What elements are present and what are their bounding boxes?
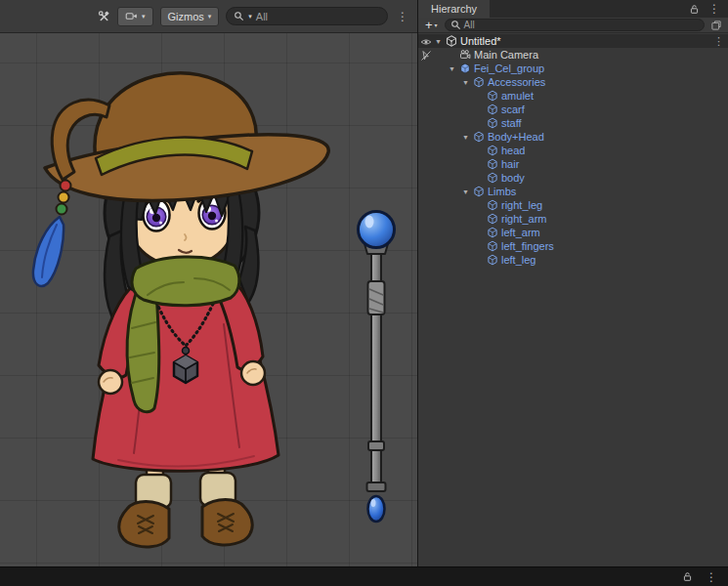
left-boot: [119, 502, 169, 547]
hierarchy-search-value: All: [464, 20, 475, 30]
chevron-down-icon: ▾: [142, 13, 146, 20]
scene-canvas[interactable]: [0, 33, 417, 566]
tab-hierarchy[interactable]: Hierarchy: [418, 0, 490, 18]
staff-bottom-gem: [368, 496, 385, 522]
cube-icon: [485, 104, 499, 115]
picking-toggle-icon[interactable]: [419, 50, 432, 62]
camera-icon: [457, 49, 472, 61]
scene-search-input[interactable]: ▾ All: [226, 7, 388, 25]
hierarchy-row-fei-cel-group[interactable]: ▼ Fei_Cel_group: [418, 62, 728, 75]
hierarchy-row-left-leg[interactable]: left_leg: [418, 253, 728, 267]
object-name: right_leg: [501, 199, 542, 211]
hierarchy-row-hair[interactable]: hair: [418, 157, 728, 171]
gizmos-label: Gizmos: [168, 11, 204, 22]
scene-camera-button[interactable]: ▾: [117, 7, 153, 26]
object-name: Fei_Cel_group: [474, 63, 544, 74]
foldout-icon[interactable]: ▼: [447, 65, 457, 72]
character-sprite[interactable]: [33, 73, 328, 547]
scene-camera-icon: [125, 10, 138, 22]
tabbar-controls: ⋮: [683, 0, 728, 18]
right-boot: [202, 500, 252, 545]
hierarchy-row-left-arm[interactable]: left_arm: [418, 226, 728, 239]
chevron-down-icon: ▾: [435, 22, 438, 28]
object-name: scarf: [501, 104, 525, 115]
object-name: Body+Head: [488, 131, 544, 143]
hierarchy-row-body[interactable]: body: [418, 171, 728, 185]
hierarchy-row-scarf[interactable]: scarf: [418, 103, 728, 116]
hierarchy-tree: ▼ Untitled* ⋮ Main Camera ▼ Fei_Cel_grou…: [418, 33, 728, 566]
hierarchy-row-staff[interactable]: staff: [418, 116, 728, 130]
scene-viewport: [0, 33, 417, 566]
hierarchy-row-main-camera[interactable]: Main Camera: [418, 48, 728, 62]
cube-icon: [485, 145, 499, 156]
amulet-pendant: [174, 356, 197, 383]
object-name: head: [501, 145, 525, 156]
right-hand: [241, 361, 265, 385]
cube-icon: [471, 76, 486, 88]
object-name: right_arm: [501, 213, 546, 225]
feather: [33, 217, 64, 286]
cube-icon: [485, 240, 499, 252]
gizmos-dropdown[interactable]: Gizmos ▾: [160, 7, 220, 26]
cube-icon: [485, 172, 499, 184]
hierarchy-row-limbs[interactable]: ▼ Limbs: [418, 185, 728, 198]
tool-settings-icon[interactable]: [98, 10, 110, 22]
hierarchy-row-body-head[interactable]: ▼ Body+Head: [418, 130, 728, 144]
hierarchy-row-left-fingers[interactable]: left_fingers: [418, 239, 728, 253]
object-name: hair: [501, 158, 519, 170]
detach-search-window-icon[interactable]: [708, 20, 724, 31]
search-filter-caret-icon: ▾: [248, 13, 252, 20]
hierarchy-row-untitled-scene[interactable]: ▼ Untitled* ⋮: [418, 34, 728, 48]
cube-icon: [471, 186, 486, 197]
object-name: left_fingers: [501, 240, 554, 252]
scene-view-panel: ▾ Gizmos ▾ ▾ All ⋮: [0, 0, 418, 566]
scene-view-menu-kebab-icon[interactable]: ⋮: [395, 11, 410, 22]
object-name: Accessories: [488, 76, 545, 88]
foldout-icon[interactable]: ▼: [460, 79, 471, 86]
cube-icon: [471, 131, 486, 143]
hierarchy-toolbar: + ▾ All: [418, 18, 728, 33]
scene-name: Untitled*: [460, 35, 501, 47]
lock-icon[interactable]: [689, 4, 700, 15]
cube-icon: [485, 117, 499, 129]
hierarchy-row-head[interactable]: head: [418, 144, 728, 157]
object-name: left_leg: [501, 254, 535, 266]
visibility-eye-icon[interactable]: [419, 36, 432, 48]
staff-orb: [359, 212, 395, 248]
hierarchy-row-accessories[interactable]: ▼ Accessories: [418, 75, 728, 89]
hierarchy-panel: Hierarchy ⋮ + ▾ All ▼ Unt: [418, 0, 728, 566]
object-name: staff: [501, 117, 522, 129]
cube-icon: [485, 254, 499, 266]
lock-icon[interactable]: [682, 571, 693, 582]
cube-icon: [485, 199, 499, 211]
foldout-icon[interactable]: ▼: [460, 134, 471, 141]
unity-scene-icon: [444, 35, 458, 47]
bottom-status-bar: ⋮: [0, 566, 728, 586]
hierarchy-row-right-arm[interactable]: right_arm: [418, 212, 728, 226]
search-icon: [234, 11, 244, 21]
hierarchy-tabbar: Hierarchy ⋮: [418, 0, 728, 18]
hierarchy-search-input[interactable]: All: [445, 19, 705, 31]
panel-menu-kebab-icon[interactable]: ⋮: [707, 3, 722, 15]
search-icon: [450, 20, 461, 30]
tab-label: Hierarchy: [431, 3, 477, 15]
object-name: body: [501, 172, 525, 184]
hierarchy-row-amulet[interactable]: amulet: [418, 89, 728, 103]
plus-icon: +: [425, 19, 433, 31]
foldout-icon[interactable]: ▼: [433, 38, 444, 45]
object-name: Main Camera: [474, 49, 538, 61]
cube-icon: [485, 90, 499, 102]
scene-options-kebab-icon[interactable]: ⋮: [713, 36, 724, 47]
prefab-cube-icon: [457, 63, 472, 74]
cube-icon: [485, 213, 499, 225]
bottom-menu-kebab-icon[interactable]: ⋮: [704, 571, 719, 583]
left-hand: [99, 370, 122, 394]
object-name: Limbs: [488, 186, 516, 197]
object-name: left_arm: [501, 227, 540, 238]
hierarchy-row-right-leg[interactable]: right_leg: [418, 198, 728, 212]
create-object-button[interactable]: + ▾: [422, 19, 441, 31]
staff-prop[interactable]: [359, 212, 395, 523]
cube-icon: [485, 158, 499, 170]
foldout-icon[interactable]: ▼: [460, 188, 471, 195]
cube-icon: [485, 227, 499, 238]
